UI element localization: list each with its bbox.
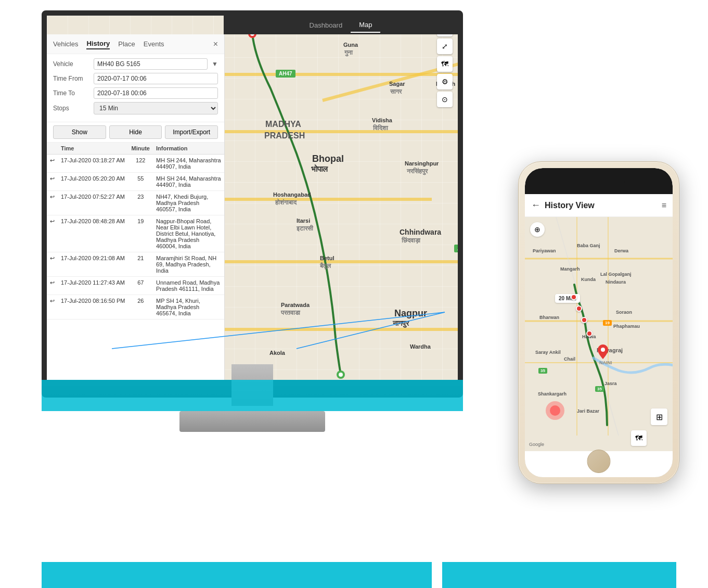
label-sagar-hindi: सागर	[390, 88, 402, 95]
row-info-5: Unnamed Road, Madhya Pradesh 461111, Ind…	[153, 277, 224, 295]
phone-label-pariyawan: Pariyawan	[533, 248, 556, 253]
label-chhindwara-hindi: छिंदवाड़ा	[402, 237, 420, 244]
table-row[interactable]: ↩ 17-Jul-2020 07:52:27 AM 23 NH47, Khedi…	[47, 191, 224, 215]
label-itarsi: Itarsi	[297, 218, 310, 224]
phone-map-satellite-btn[interactable]: 🗺	[631, 430, 647, 446]
settings-btn[interactable]: ⚙	[437, 74, 453, 90]
phone-back-button[interactable]: ←	[531, 200, 540, 211]
phone-notch	[573, 176, 625, 186]
sidebar-panel: Vehicles History Place Events × Vehicle …	[47, 34, 225, 385]
label-vidisha: Vidisha	[372, 117, 392, 123]
sidebar-close-btn[interactable]: ×	[213, 40, 218, 49]
label-narsinghpur-hindi: नरसिंहपुर	[407, 168, 428, 175]
phone-label-kunda: Kunda	[581, 277, 596, 282]
phone-compass[interactable]: ⊕	[530, 222, 545, 237]
sidebar-fields: Vehicle ▼ Time From Time To Stops	[47, 54, 224, 122]
row-icon-4: ↩	[47, 252, 58, 277]
table-row[interactable]: ↩ 17-Jul-2020 11:27:43 AM 67 Unnamed Roa…	[47, 277, 224, 295]
table-row[interactable]: ↩ 17-Jul-2020 09:21:08 AM 21 Maramjhiri …	[47, 252, 224, 277]
monitor-screen: Guna गुना Sagar सागर Damoh Katni MADHYA …	[42, 10, 463, 385]
label-guna: Guna	[343, 42, 358, 48]
phone-touch-indicator	[546, 401, 564, 420]
row-icon-1: ↩	[47, 173, 58, 191]
row-time-4: 17-Jul-2020 09:21:08 AM	[58, 252, 128, 277]
row-info-0: MH SH 244, Maharashtra 444907, India	[153, 155, 224, 173]
phone-layer-button[interactable]: ⊞	[651, 408, 667, 425]
stops-field-row: Stops 15 Min 30 Min 60 Min	[53, 102, 218, 114]
label-bhopal-hindi: भोपाल	[311, 164, 328, 174]
monitor-stand-base	[179, 411, 325, 432]
phone-menu-icon[interactable]: ≡	[662, 201, 666, 210]
vehicle-field-row: Vehicle ▼	[53, 58, 218, 70]
tab-events[interactable]: Events	[144, 39, 164, 49]
row-minute-1: 55	[128, 173, 153, 191]
row-icon-5: ↩	[47, 277, 58, 295]
label-betul-hindi: बैतूल	[320, 262, 331, 270]
stops-select[interactable]: 15 Min 30 Min 60 Min	[94, 102, 218, 114]
hide-button[interactable]: Hide	[109, 125, 162, 139]
phone-label-lalgopalganj: Lal Gopalganj	[600, 272, 632, 277]
phone-map: ⊕ Pariyawan Baba Ganj Derwa Mangarh Kund…	[525, 217, 673, 451]
blue-strip-left	[42, 562, 432, 588]
phone-pin-3	[581, 317, 587, 323]
row-info-3: Nagpur-Bhopal Road, Near Elbi Lawn Hotel…	[153, 215, 224, 252]
time-to-input[interactable]	[94, 87, 218, 99]
phone-label-soraon: Soraon	[616, 310, 632, 315]
table-row[interactable]: ↩ 17-Jul-2020 08:48:28 AM 19 Nagpur-Bhop…	[47, 215, 224, 252]
label-madhya: MADHYA	[265, 120, 301, 129]
label-nagpur: Nagpur	[394, 308, 427, 319]
row-minute-6: 26	[128, 295, 153, 319]
label-nagpur-hindi: नागपुर	[393, 319, 409, 328]
phone-label-jasra: Jasra	[604, 381, 617, 386]
table-row[interactable]: ↩ 17-Jul-2020 03:18:27 AM 122 MH SH 244,…	[47, 155, 224, 173]
table-row[interactable]: ↩ 17-Jul-2020 08:16:50 PM 26 MP SH 14, K…	[47, 295, 224, 319]
location-btn[interactable]: ⊙	[437, 92, 453, 107]
row-info-2: NH47, Khedi Bujurg, Madhya Pradesh 46055…	[153, 191, 224, 215]
phone: ← History View ≡	[518, 161, 679, 484]
sidebar-header: Vehicles History Place Events ×	[47, 34, 224, 54]
phone-home-button[interactable]	[587, 450, 611, 473]
row-time-1: 17-Jul-2020 05:20:20 AM	[58, 173, 128, 191]
tab-dashboard[interactable]: Dashboard	[301, 18, 351, 32]
tab-place[interactable]: Place	[118, 39, 135, 49]
label-paratwada-hindi: परतवाडा	[281, 309, 300, 316]
phone-touch-inner	[550, 405, 560, 416]
vehicle-input[interactable]	[94, 58, 208, 70]
time-from-input[interactable]	[94, 73, 218, 84]
monitor: Guna गुना Sagar सागर Damoh Katni MADHYA …	[26, 10, 479, 463]
phone-label-bharwan: Bharwan	[539, 315, 559, 320]
time-to-field-row: Time To	[53, 87, 218, 99]
tab-vehicles[interactable]: Vehicles	[53, 39, 78, 49]
row-minute-3: 19	[128, 215, 153, 252]
row-info-4: Maramjhiri St Road, NH 69, Madhya Prades…	[153, 252, 224, 277]
import-export-button[interactable]: Import/Export	[165, 125, 218, 139]
phone-label-nindaura: Nindaura	[606, 279, 626, 285]
row-info-1: MH SH 244, Maharashtra 444907, India	[153, 173, 224, 191]
road-h3	[224, 198, 432, 201]
show-button[interactable]: Show	[53, 125, 106, 139]
label-paratwada: Paratwada	[281, 302, 310, 308]
label-itarsi-hindi: इटारसी	[297, 225, 313, 232]
sidebar-actions: Show Hide Import/Export	[47, 122, 224, 143]
map-type-btn[interactable]: 🗺	[437, 56, 453, 72]
monitor-blue-strip	[42, 380, 463, 411]
tab-history[interactable]: History	[86, 39, 110, 49]
road-h4	[224, 260, 458, 263]
col-minute-header: Minute	[128, 143, 153, 155]
phone-label-babaganj: Baba Ganj	[577, 243, 600, 248]
table-row[interactable]: ↩ 17-Jul-2020 05:20:20 AM 55 MH SH 244, …	[47, 173, 224, 191]
phone-notch-area	[525, 168, 673, 194]
row-icon-0: ↩	[47, 155, 58, 173]
label-akola: Akola	[269, 350, 285, 356]
label-hoshangabad: Hoshangabad	[273, 191, 311, 198]
fullscreen-btn[interactable]: ⤢	[437, 39, 453, 54]
time-from-field-row: Time From	[53, 73, 218, 84]
phone-end-pin	[598, 344, 608, 361]
vehicle-label: Vehicle	[53, 60, 89, 68]
row-minute-2: 23	[128, 191, 153, 215]
phone-label-jaribazar: Jari Bazar	[577, 408, 599, 414]
vehicle-dropdown-arrow[interactable]: ▼	[212, 60, 218, 68]
tab-map[interactable]: Map	[351, 18, 380, 33]
phone-pin-1	[571, 294, 577, 300]
time-to-label: Time To	[53, 90, 89, 97]
